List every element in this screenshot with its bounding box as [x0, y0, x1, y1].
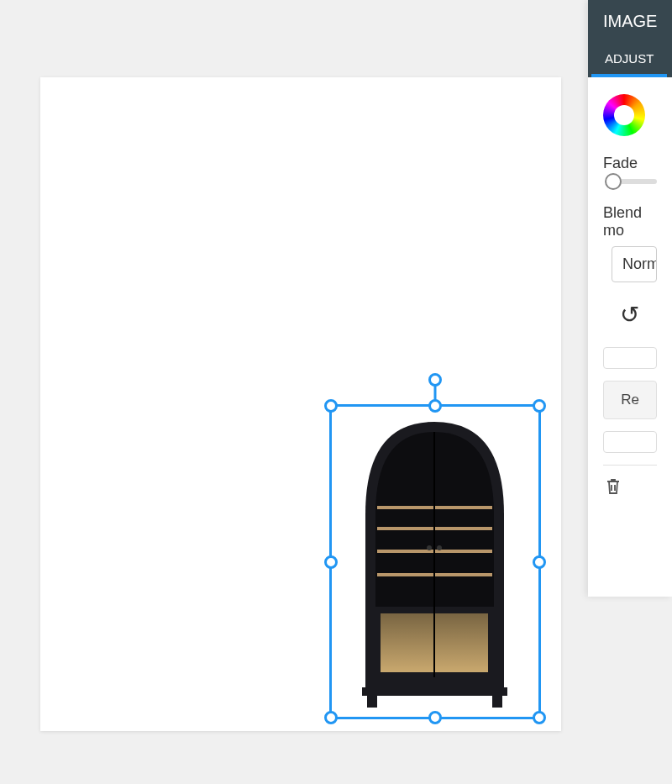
selected-image-object[interactable] [357, 413, 512, 709]
resize-handle-top-right[interactable] [533, 399, 546, 413]
panel-title: IMAGE [588, 0, 672, 42]
resize-handle-middle-right[interactable] [533, 555, 546, 569]
svg-rect-11 [367, 696, 377, 708]
fade-label: Fade [603, 155, 657, 172]
svg-point-8 [427, 545, 432, 550]
resize-handle-bottom-middle[interactable] [428, 711, 442, 724]
fade-slider-thumb[interactable] [605, 173, 622, 190]
svg-rect-12 [492, 696, 502, 708]
blend-mode-select[interactable]: Norma [612, 246, 657, 282]
color-wheel-icon[interactable] [603, 94, 645, 136]
svg-rect-10 [362, 687, 507, 696]
svg-point-9 [437, 545, 442, 550]
resize-handle-top-left[interactable] [324, 399, 338, 413]
panel-content: Fade Blend mo Norma ↺ Re [588, 77, 672, 509]
resize-handle-bottom-right[interactable] [533, 711, 546, 724]
resize-handle-middle-left[interactable] [324, 555, 338, 569]
action-button-3[interactable] [603, 431, 657, 453]
resize-handle-bottom-left[interactable] [324, 711, 338, 724]
undo-icon[interactable]: ↺ [620, 301, 657, 329]
trash-icon[interactable] [603, 477, 657, 501]
fade-slider[interactable] [612, 179, 657, 184]
resize-handle-top-middle[interactable] [428, 399, 442, 413]
image-properties-panel: IMAGE ADJUST Fade Blend mo Norma ↺ Re [588, 0, 672, 597]
panel-tabs: ADJUST [588, 42, 672, 77]
blend-mode-label: Blend mo [603, 204, 657, 239]
action-button-re[interactable]: Re [603, 381, 657, 419]
divider [603, 465, 657, 466]
action-button-1[interactable] [603, 347, 657, 369]
tab-adjust[interactable]: ADJUST [591, 43, 667, 77]
